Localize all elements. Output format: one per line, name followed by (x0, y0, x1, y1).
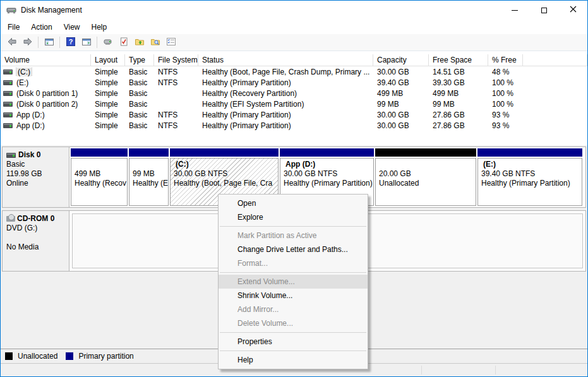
toolbar-separator (59, 37, 60, 48)
context-menu-item-extend-volume: Extend Volume... (219, 275, 368, 289)
column-header-file-system[interactable]: File System (154, 54, 198, 66)
maximize-button[interactable] (529, 1, 558, 20)
partition-size: 30.00 GB NTFS (284, 169, 373, 179)
toolbar-separator (97, 37, 97, 48)
legend-label: Primary partition (78, 352, 133, 361)
folder-up-button[interactable] (131, 35, 147, 50)
legend-primary-partition: Primary partition (66, 352, 133, 361)
volume-row-partition2[interactable]: (Disk 0 partition 2) Simple Basic Health… (1, 99, 587, 109)
partition-name (75, 160, 127, 169)
help-button[interactable]: ? (63, 35, 78, 50)
partition-status: Healthy (Primary Partition) (284, 179, 373, 188)
context-menu-item-properties[interactable]: Properties (219, 335, 368, 349)
forward-icon (23, 37, 33, 49)
free-space-cell: 39.30 GB (429, 78, 488, 87)
volume-drive-icon (3, 112, 13, 117)
menu-view[interactable]: View (58, 21, 86, 33)
fs-cell: NTFS (154, 121, 198, 130)
context-menu-item-explore[interactable]: Explore (219, 210, 368, 224)
volume-row-d2[interactable]: App (D:) Simple Basic NTFS Healthy (Prim… (1, 120, 587, 131)
minimize-icon (512, 10, 518, 11)
unallocated-swatch-icon (5, 352, 13, 360)
partition-header-bar (71, 148, 128, 157)
column-header-type[interactable]: Type (125, 54, 154, 66)
context-menu-item-open[interactable]: Open (219, 196, 368, 210)
disk0-size: 119.98 GB (6, 169, 66, 179)
context-menu-separator (220, 226, 366, 227)
cdrom-kind: DVD (G:) (6, 224, 66, 233)
volume-row-d1[interactable]: App (D:) Simple Basic NTFS Healthy (Prim… (1, 109, 587, 120)
free-space-cell: 99 MB (429, 100, 488, 109)
partition-header-bar (129, 148, 169, 157)
partition-size: 30.00 GB NTFS (174, 169, 278, 179)
fs-cell: NTFS (154, 78, 198, 87)
context-menu: Open Explore Mark Partition as Active Ch… (218, 194, 368, 369)
primary-partition-swatch-icon (66, 352, 73, 360)
disk0-kind: Basic (6, 160, 66, 169)
column-header-free-space[interactable]: Free Space (429, 54, 488, 66)
back-button[interactable] (4, 35, 20, 50)
show-action-pane-button[interactable] (78, 35, 94, 50)
volume-drive-icon (3, 91, 13, 96)
folder-search-button[interactable] (147, 35, 163, 50)
partition-efi[interactable]: 99 MB Healthy (EI (129, 148, 169, 206)
partition-name (133, 160, 168, 169)
volume-row-partition1[interactable]: (Disk 0 partition 1) Simple Basic Health… (1, 88, 587, 99)
folder-search-icon (150, 37, 160, 49)
cdrom-label[interactable]: CD-ROM 0 DVD (G:) No Media (3, 211, 69, 271)
close-button[interactable] (558, 1, 587, 20)
column-header-layout[interactable]: Layout (91, 54, 125, 66)
column-header-volume[interactable]: Volume (1, 54, 91, 66)
partition-recovery[interactable]: 499 MB Healthy (Recov (71, 148, 128, 206)
partition-e[interactable]: (E:) 39.40 GB NTFS Healthy (Primary Part… (477, 148, 582, 206)
context-menu-item-add-mirror: Add Mirror... (219, 302, 368, 316)
legend-unallocated: Unallocated (5, 352, 57, 361)
title-bar: Disk Management (1, 1, 587, 20)
capacity-cell: 499 MB (373, 89, 429, 98)
volume-row-e[interactable]: (E:) Simple Basic NTFS Healthy (Primary … (1, 77, 587, 88)
list-view-button[interactable] (163, 35, 179, 50)
partition-header-bar (375, 148, 476, 157)
partition-status: Healthy (Boot, Page File, Cra (174, 179, 278, 188)
column-header-pct-free[interactable]: % Free (488, 54, 523, 66)
status-cell: Healthy (EFI System Partition) (198, 100, 373, 109)
minimize-button[interactable] (500, 1, 529, 20)
partition-status: Healthy (EI (133, 179, 168, 188)
context-menu-item-mark-partition-active: Mark Partition as Active (219, 229, 368, 242)
pct-free-cell: 48 % (488, 68, 523, 76)
context-menu-separator (220, 332, 366, 333)
cdrom-name: CD-ROM 0 (17, 214, 54, 224)
partition-header-bar (477, 148, 582, 157)
show-console-tree-button[interactable] (41, 35, 57, 50)
volume-name: (E:) (16, 78, 28, 87)
partition-name: (E:) (481, 160, 582, 169)
volume-name: App (D:) (16, 121, 45, 130)
context-menu-item-help[interactable]: Help (219, 353, 368, 367)
device-action-button[interactable] (100, 35, 116, 50)
volume-drive-icon (3, 123, 13, 128)
maximize-icon (541, 8, 547, 13)
menu-action[interactable]: Action (25, 21, 57, 33)
app-drive-icon (6, 5, 16, 15)
context-menu-item-change-drive-letter[interactable]: Change Drive Letter and Paths... (219, 242, 368, 256)
status-cell: Healthy (Primary Partition) (198, 78, 373, 87)
type-cell: Basic (125, 121, 154, 130)
type-cell: Basic (125, 100, 154, 109)
volume-name: (Disk 0 partition 1) (16, 89, 78, 98)
status-cell: Healthy (Recovery Partition) (198, 89, 373, 98)
context-menu-item-shrink-volume[interactable]: Shrink Volume... (219, 289, 368, 302)
volume-drive-icon (3, 102, 13, 107)
folder-up-icon (135, 37, 145, 49)
task-check-button[interactable] (116, 35, 131, 50)
capacity-cell: 99 MB (373, 100, 429, 109)
free-space-cell: 499 MB (429, 89, 488, 98)
back-icon (7, 37, 17, 49)
menu-help[interactable]: Help (86, 21, 113, 33)
column-header-status[interactable]: Status (198, 54, 373, 66)
forward-button[interactable] (20, 35, 35, 50)
disk0-label[interactable]: Disk 0 Basic 119.98 GB Online (3, 147, 69, 207)
menu-file[interactable]: File (2, 21, 25, 33)
partition-unallocated[interactable]: 20.00 GB Unallocated (375, 148, 476, 206)
volume-row-c[interactable]: (C:) Simple Basic NTFS Healthy (Boot, Pa… (1, 66, 587, 77)
column-header-capacity[interactable]: Capacity (373, 54, 429, 66)
